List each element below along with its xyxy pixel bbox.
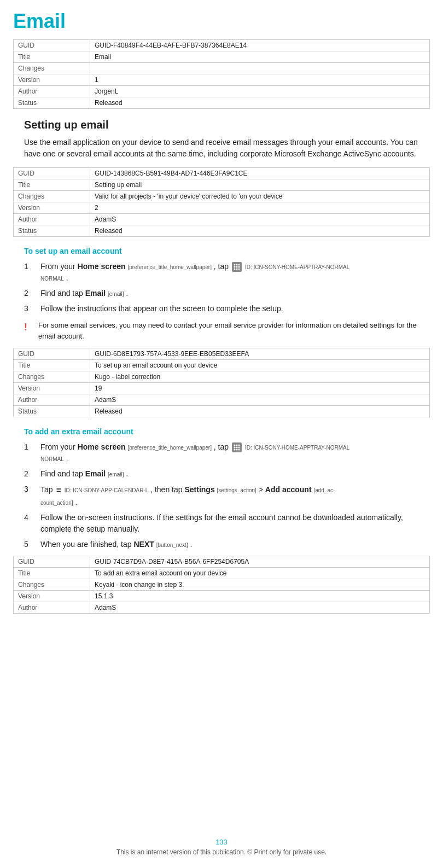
apptray-icon-1 [232, 262, 242, 272]
email-label-2: Email [85, 469, 106, 478]
steps-list-2: 1 From your Home screen [preference_titl… [24, 441, 430, 550]
next-tag-1: [button_next] [156, 542, 188, 548]
svg-point-12 [236, 445, 237, 446]
email-tag-1: [email] [108, 291, 124, 297]
step-num-2-2: 2 [24, 468, 36, 480]
svg-point-13 [238, 445, 240, 446]
add-account-label-1: Add account [265, 485, 312, 494]
step-num-2-4: 4 [24, 512, 36, 523]
meta-table-3: GUIDGUID-6D8E1793-757A-4533-9EEE-EB05ED3… [13, 348, 430, 417]
svg-point-1 [234, 264, 235, 266]
svg-point-17 [234, 449, 235, 451]
step-text-2: Find and tap Email [email] . [40, 288, 430, 299]
meta-table-4: GUIDGUID-74CB7D9A-D8E7-415A-B56A-6FF254D… [13, 556, 430, 614]
intro-text-1: Use the email application on your device… [24, 137, 430, 160]
svg-point-7 [234, 269, 235, 270]
svg-point-5 [236, 266, 237, 268]
step-text-1: From your Home screen [preference_title_… [40, 261, 430, 284]
svg-point-14 [234, 447, 235, 448]
svg-point-2 [236, 264, 237, 266]
note-block-1: ! For some email services, you may need … [24, 320, 430, 341]
note-text-1: For some email services, you may need to… [38, 320, 430, 341]
step-3: 3 Follow the instructions that appear on… [24, 303, 430, 314]
apptray-icon-2 [232, 442, 242, 452]
email-label-1: Email [85, 289, 106, 298]
svg-point-11 [234, 445, 235, 446]
svg-point-16 [238, 447, 240, 448]
normal-dot-1: NORMAL [40, 276, 64, 282]
subsection-heading-2: To add an extra email account [24, 427, 430, 436]
step-2-2: 2 Find and tap Email [email] . [24, 468, 430, 480]
home-screen-tag-2: [preference_title_home_wallpaper] [128, 445, 212, 451]
footer-text: This is an internet version of this publ… [116, 848, 327, 856]
settings-label-1: Settings [184, 485, 214, 494]
step-text-2-3: Tap ≡ ID: ICN-SONY-APP-CALENDAR-L , then… [40, 483, 430, 508]
steps-list-1: 1 From your Home screen [preference_titl… [24, 261, 430, 314]
warning-icon-1: ! [24, 320, 34, 335]
step-num-2-1: 1 [24, 441, 36, 453]
step-2-1: 1 From your Home screen [preference_titl… [24, 441, 430, 464]
step-1: 1 From your Home screen [preference_titl… [24, 261, 430, 284]
calendar-tag-1: ID: ICN-SONY-APP-CALENDAR-L [65, 487, 149, 493]
home-screen-label-2: Home screen [78, 442, 126, 451]
step-num-1: 1 [24, 261, 36, 272]
step-text-2-1: From your Home screen [preference_title_… [40, 441, 430, 464]
page-footer: 133 This is an internet version of this … [0, 838, 443, 856]
home-screen-tag-1: [preference_title_home_wallpaper] [128, 264, 212, 270]
svg-point-3 [238, 264, 240, 266]
svg-point-8 [236, 269, 237, 270]
page-title: Email [13, 10, 430, 33]
step-num-2-3: 3 [24, 483, 36, 495]
step-2-3: 3 Tap ≡ ID: ICN-SONY-APP-CALENDAR-L , th… [24, 483, 430, 508]
step-num-2-5: 5 [24, 539, 36, 550]
apptray-tag-1: ID: ICN-SONY-HOME-APPTRAY-NORMAL [245, 264, 349, 270]
svg-point-6 [238, 266, 240, 268]
step-2: 2 Find and tap Email [email] . [24, 288, 430, 299]
step-num-3: 3 [24, 303, 36, 314]
settings-tag-1: [settings_action] [217, 487, 257, 493]
subsection-heading-1: To set up an email account [24, 247, 430, 255]
menu-icon-1: ≡ [56, 483, 61, 497]
step-text-2-2: Find and tap Email [email] . [40, 468, 430, 480]
page-number: 133 [0, 838, 443, 846]
normal-dot-2: NORMAL [40, 456, 64, 462]
svg-point-9 [238, 269, 240, 270]
svg-point-4 [234, 266, 235, 268]
step-num-2: 2 [24, 288, 36, 299]
apptray-tag-2: ID: ICN-SONY-HOME-APPTRAY-NORMAL [245, 445, 349, 451]
step-2-4: 4 Follow the on-screen instructions. If … [24, 512, 430, 535]
svg-point-18 [236, 449, 237, 451]
step-2-5: 5 When you are finished, tap NEXT [butto… [24, 539, 430, 550]
home-screen-label-1: Home screen [78, 262, 126, 271]
svg-point-15 [236, 447, 237, 448]
step-text-3: Follow the instructions that appear on t… [40, 303, 430, 314]
svg-point-19 [238, 449, 240, 451]
section-heading-1: Setting up email [24, 119, 430, 131]
step-text-2-5: When you are finished, tap NEXT [button_… [40, 539, 430, 550]
meta-table-1: GUIDGUID-F40849F4-44EB-4AFE-BFB7-387364E… [13, 39, 430, 109]
meta-table-2: GUIDGUID-143868C5-B591-49B4-AD71-446E3FA… [13, 167, 430, 237]
step-text-2-4: Follow the on-screen instructions. If th… [40, 512, 430, 535]
email-tag-2: [email] [108, 471, 124, 477]
next-label-1: NEXT [133, 540, 154, 549]
